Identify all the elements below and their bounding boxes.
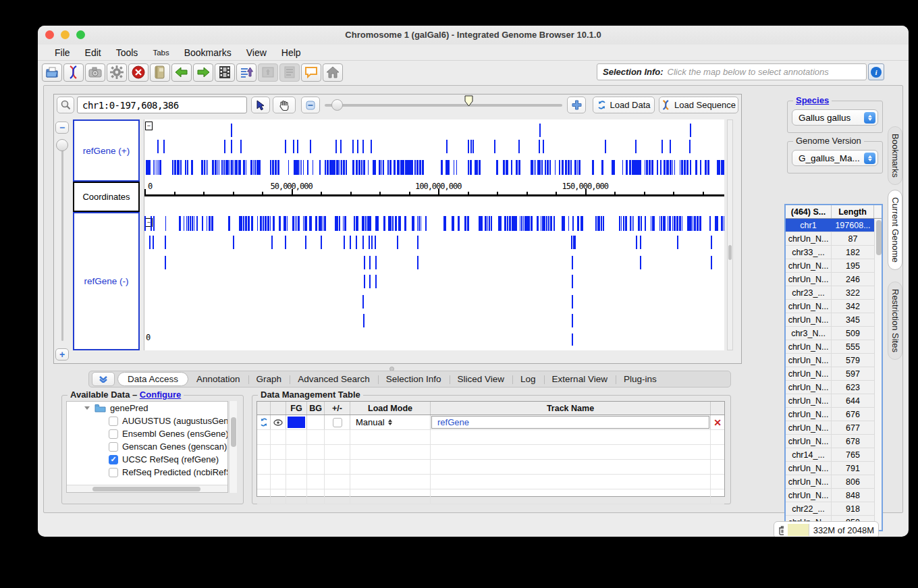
dmt-strand-cell[interactable] <box>325 415 350 429</box>
dataset-checkbox[interactable] <box>109 429 118 439</box>
sequence-row-chrUn-N-[interactable]: chrUn_N...246 <box>786 273 874 286</box>
dmt-header-Load Mode[interactable]: Load Mode <box>350 402 431 415</box>
tab-selection-info[interactable]: Selection Info <box>378 373 450 385</box>
zoom-in-button[interactable] <box>567 97 586 113</box>
tree-item[interactable]: Ensembl Genes (ensGene) <box>67 427 227 440</box>
sequence-row-chr22-[interactable]: chr22_...918 <box>786 502 874 516</box>
sequence-row-chrUn-N-[interactable]: chrUn_N...597 <box>786 367 874 381</box>
strand-checkbox[interactable] <box>333 418 342 427</box>
zoom-slider[interactable] <box>325 104 562 107</box>
track-label-coordinates[interactable]: Coordinates <box>73 182 140 212</box>
export-icon[interactable] <box>236 63 256 82</box>
sequence-table-scrollbar-thumb[interactable] <box>876 220 882 255</box>
camera-icon[interactable] <box>85 63 105 82</box>
zoom-out-button[interactable] <box>301 97 320 113</box>
sequence-row-chrUn-N-[interactable]: chrUn_N...678 <box>786 435 874 448</box>
dmt-visibility-cell[interactable] <box>271 415 286 429</box>
sequence-row-chrUn-N-[interactable]: chrUn_N...676 <box>786 408 874 421</box>
dna-icon[interactable] <box>63 63 84 82</box>
tab-advanced-search[interactable]: Advanced Search <box>290 373 378 385</box>
load-sequence-button[interactable]: Load Sequence <box>659 97 738 113</box>
forward-icon[interactable] <box>193 63 213 82</box>
stop-icon[interactable] <box>128 63 148 82</box>
map-scrollbar[interactable] <box>727 119 733 350</box>
sequence-row-chrUn-N-[interactable]: chrUn_N...555 <box>786 340 874 354</box>
dmt-header-BG[interactable]: BG <box>307 402 325 415</box>
species-label[interactable]: Species <box>796 95 829 105</box>
vertical-zoom-out-button[interactable]: − <box>55 122 69 134</box>
position-marker-icon[interactable] <box>464 95 474 107</box>
sequence-row-chrUn-N-[interactable]: chrUn_N...342 <box>786 300 874 313</box>
dmt-refresh-cell[interactable] <box>257 415 271 429</box>
tab-external-view[interactable]: External View <box>544 373 616 385</box>
configure-link[interactable]: Configure <box>140 390 181 400</box>
sequence-row-chrUn-N-[interactable]: chrUn_N...806 <box>786 475 874 489</box>
feedback-bubble-icon[interactable] <box>301 63 321 82</box>
menu-bookmarks[interactable]: Bookmarks <box>177 46 239 59</box>
location-input[interactable]: chr1:0-197,608,386 <box>77 97 247 113</box>
side-tab-bookmarks[interactable]: Bookmarks <box>888 126 902 185</box>
vertical-zoom-slider[interactable] <box>61 142 63 341</box>
trash-icon[interactable] <box>778 525 784 535</box>
search-button[interactable] <box>57 97 74 113</box>
sequence-row-chr14-[interactable]: chr14_...765 <box>786 448 874 462</box>
tab-sliced-view[interactable]: Sliced View <box>450 373 513 385</box>
tab-graph[interactable]: Graph <box>248 373 290 385</box>
sequence-row-chrUn-N-[interactable]: chrUn_N...677 <box>786 421 874 435</box>
tree-hscrollbar[interactable] <box>67 485 227 492</box>
menu-tabs[interactable]: Tabs <box>145 47 176 58</box>
map-scrollbar-thumb[interactable] <box>728 245 732 260</box>
tree-vscrollbar-thumb[interactable] <box>231 417 236 447</box>
select-tool-button[interactable] <box>251 97 270 113</box>
sequence-row-chrUn-N-[interactable]: chrUn_N...345 <box>786 313 874 327</box>
tree-item[interactable]: AUGUSTUS (augustusGene) <box>67 415 227 427</box>
tab-data-access[interactable]: Data Access <box>117 372 188 386</box>
track-label-refgene-plus[interactable]: refGene (+) <box>73 119 140 182</box>
sequence-row-chr33-[interactable]: chr33_...182 <box>786 246 874 259</box>
tab-annotation[interactable]: Annotation <box>188 373 248 385</box>
dmt-header-Track Name[interactable]: Track Name <box>431 402 711 415</box>
fg-color-swatch[interactable] <box>288 417 305 428</box>
menu-edit[interactable]: Edit <box>78 46 109 59</box>
tree-vscrollbar[interactable] <box>229 401 237 493</box>
tab-log[interactable]: Log <box>512 373 544 385</box>
tree-item[interactable]: Genscan Genes (genscan) <box>67 440 227 453</box>
zoom-slider-thumb[interactable] <box>331 99 343 111</box>
sequence-row-chrUn-N-[interactable]: chrUn_N...791 <box>786 462 874 475</box>
sequence-row-chr3-N-[interactable]: chr3_N...509 <box>786 327 874 340</box>
memory-gauge[interactable] <box>788 524 809 536</box>
side-tab-current-genome[interactable]: Current Genome <box>888 190 902 270</box>
menu-help[interactable]: Help <box>274 46 308 59</box>
dmt-header-blank[interactable] <box>271 402 286 415</box>
genome-version-select[interactable]: G_gallus_Ma... <box>792 150 878 166</box>
open-file-icon[interactable] <box>42 63 62 82</box>
vertical-zoom-thumb[interactable] <box>56 139 68 151</box>
dataset-checkbox[interactable] <box>109 442 118 452</box>
sequence-row-chrUn-N-[interactable]: chrUn_N...87 <box>786 232 874 246</box>
dmt-track-name-cell[interactable]: refGene <box>431 415 711 429</box>
dmt-header-+/-[interactable]: +/- <box>325 402 350 415</box>
sequence-row-chrUn-N-[interactable]: chrUn_N...644 <box>786 394 874 408</box>
film-icon[interactable] <box>215 63 235 82</box>
sequence-row-chr1[interactable]: chr1197608... <box>786 219 874 232</box>
load-data-button[interactable]: Load Data <box>593 97 655 113</box>
vertical-zoom-in-button[interactable]: + <box>55 348 69 360</box>
delete-track-button[interactable]: ✕ <box>711 415 724 429</box>
tree-item[interactable]: ✓UCSC RefSeq (refGene) <box>67 453 227 466</box>
annotation-map[interactable]: − 050,000,000100,000,000150,000,000 − <box>144 119 724 350</box>
dataset-checkbox[interactable] <box>109 468 118 477</box>
dmt-header-FG[interactable]: FG <box>286 402 307 415</box>
gear-icon[interactable] <box>107 63 127 82</box>
seq-name-header[interactable]: (464) S... <box>786 205 832 218</box>
back-icon[interactable] <box>171 63 192 82</box>
tab-plug-ins[interactable]: Plug-ins <box>616 373 665 385</box>
tree-expander-icon[interactable] <box>84 406 90 410</box>
dataset-checkbox[interactable] <box>109 417 118 426</box>
track-label-refgene-minus[interactable]: refGene (-) <box>73 212 140 350</box>
sequence-table-scrollbar[interactable] <box>874 219 882 530</box>
dmt-header-blank[interactable] <box>711 402 724 415</box>
pan-tool-button[interactable] <box>273 97 296 113</box>
tree-hscrollbar-thumb[interactable] <box>92 487 200 491</box>
sequence-row-chrUn-N-[interactable]: chrUn_N...848 <box>786 489 874 502</box>
dmt-bg-color-cell[interactable] <box>307 415 325 429</box>
